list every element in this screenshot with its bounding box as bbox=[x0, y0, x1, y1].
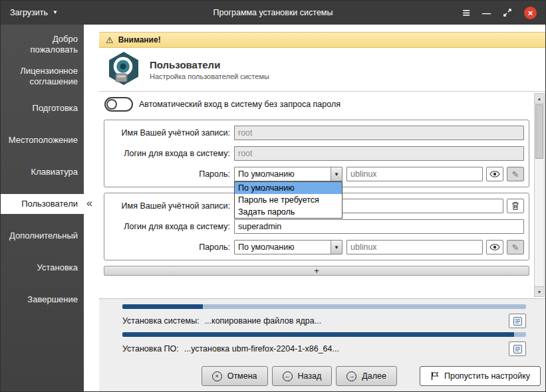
skip-setup-button[interactable]: Пропустить настройку bbox=[420, 366, 541, 386]
account-login-label: Логин для входа в систему: bbox=[109, 149, 234, 158]
account-name-label: Имя Вашей учётной записи: bbox=[109, 128, 234, 138]
sidebar-item-label: Лицензионное соглашение bbox=[7, 66, 78, 88]
sidebar-item-location[interactable]: Местоположение bbox=[1, 124, 84, 156]
account-password-label: Пароль: bbox=[109, 169, 234, 179]
footer-buttons: × Отмена ← Назад → Далее Пропустить наст… bbox=[122, 366, 541, 386]
back-arrow-glyph: ← bbox=[285, 373, 291, 379]
account-password-row: Пароль: По умолчанию ▼ По умолчанию Паро… bbox=[109, 167, 524, 181]
warning-icon: ⚠ bbox=[106, 36, 114, 45]
progress-status: ...установка ubm-firefox-2204-1-x86_64..… bbox=[184, 344, 339, 353]
account-login-label: Логин для входа в систему: bbox=[109, 222, 234, 231]
sidebar-item-finish[interactable]: Завершение bbox=[1, 284, 84, 316]
edit-password-button[interactable]: ✎ bbox=[507, 240, 524, 254]
software-install-progressbar bbox=[122, 332, 526, 337]
sidebar-item-label: Дополнительный bbox=[9, 231, 78, 241]
sidebar-item-users[interactable]: Пользователи bbox=[1, 194, 84, 214]
scroll-down-icon[interactable]: ▼ bbox=[535, 286, 544, 296]
account-login-row: Логин для входа в систему: bbox=[109, 146, 524, 161]
system-log-button[interactable] bbox=[509, 314, 526, 328]
sidebar-item-installation[interactable]: Установка bbox=[1, 252, 84, 284]
password-mode-select[interactable]: По умолчанию ▼ По умолчанию Пароль не тр… bbox=[234, 167, 342, 181]
autologin-label: Автоматический вход в систему без запрос… bbox=[139, 100, 341, 109]
software-log-button[interactable] bbox=[509, 342, 526, 356]
next-arrow-glyph: → bbox=[348, 373, 354, 379]
menu-item-default[interactable]: По умолчанию bbox=[235, 182, 342, 194]
cancel-icon: × bbox=[212, 371, 222, 381]
pencil-icon: ✎ bbox=[512, 243, 519, 252]
sidebar-item-additional[interactable]: Дополнительный bbox=[1, 220, 84, 252]
close-icon[interactable]: × bbox=[524, 7, 537, 19]
chevron-down-icon[interactable]: ▼ bbox=[331, 167, 342, 181]
password-input[interactable] bbox=[346, 240, 483, 254]
pencil-icon: ✎ bbox=[512, 170, 519, 179]
show-password-button[interactable] bbox=[486, 167, 503, 181]
account-name-input[interactable] bbox=[234, 126, 524, 140]
account-password-row: Пароль: По умолчанию ▼ ✎ bbox=[109, 240, 524, 254]
password-mode-value: По умолчанию bbox=[235, 243, 331, 252]
cancel-x-glyph: × bbox=[215, 373, 219, 379]
maximize-icon[interactable] bbox=[503, 8, 512, 17]
chevron-down-icon: ▼ bbox=[53, 10, 58, 15]
toggle-knob bbox=[106, 99, 117, 110]
log-icon bbox=[513, 344, 523, 354]
menu-item-no-password[interactable]: Пароль не требуется bbox=[235, 194, 342, 206]
next-arrow-icon: → bbox=[346, 371, 356, 381]
load-menu-button[interactable]: Загрузить ▼ bbox=[1, 1, 67, 25]
password-input[interactable] bbox=[346, 167, 483, 181]
back-arrow-icon: ← bbox=[283, 371, 293, 381]
cancel-label: Отмена bbox=[227, 371, 257, 381]
autologin-toggle[interactable] bbox=[104, 97, 133, 112]
software-install-row: Установка ПО: ...установка ubm-firefox-2… bbox=[122, 341, 526, 357]
next-button[interactable]: → Далее bbox=[336, 366, 397, 386]
back-button[interactable]: ← Назад bbox=[272, 366, 333, 386]
sidebar-item-label: Установка bbox=[37, 262, 78, 273]
account-login-input[interactable] bbox=[234, 146, 524, 161]
account-group-root: Имя Вашей учётной записи: Логин для вход… bbox=[104, 120, 529, 187]
sidebar-item-keyboard[interactable]: Клавиатура bbox=[1, 156, 84, 188]
titlebar: Загрузить ▼ Программа установки системы … bbox=[1, 1, 545, 25]
sidebar-item-label: Подготовка bbox=[33, 103, 78, 114]
sidebar-collapse-strip: « bbox=[84, 25, 99, 392]
menu-item-set-password[interactable]: Задать пароль bbox=[235, 206, 342, 218]
system-install-progressbar bbox=[122, 304, 526, 309]
load-menu-label: Загрузить bbox=[10, 8, 48, 17]
sidebar: Добро пожаловать Лицензионное соглашение… bbox=[1, 25, 84, 392]
edit-password-button[interactable]: ✎ bbox=[507, 167, 524, 181]
account-login-input[interactable] bbox=[234, 219, 524, 234]
collapse-sidebar-icon[interactable]: « bbox=[86, 197, 92, 209]
password-mode-menu: По умолчанию Пароль не требуется Задать … bbox=[234, 181, 342, 219]
show-password-button[interactable] bbox=[486, 240, 503, 254]
scrollbar-thumb[interactable] bbox=[535, 104, 543, 159]
system-install-row: Установка системы: ...копирование файлов… bbox=[122, 313, 526, 329]
add-account-button[interactable]: + bbox=[104, 266, 529, 276]
cancel-button[interactable]: × Отмена bbox=[202, 366, 268, 386]
vertical-scrollbar[interactable]: ▲ ▼ bbox=[534, 93, 545, 297]
eye-icon bbox=[489, 171, 500, 177]
log-icon bbox=[513, 316, 523, 326]
delete-account-button[interactable] bbox=[507, 199, 524, 213]
sidebar-item-welcome[interactable]: Добро пожаловать bbox=[1, 29, 84, 60]
sidebar-item-label: Клавиатура bbox=[31, 167, 78, 177]
minimize-icon[interactable]: — bbox=[482, 8, 491, 18]
warning-banner: ⚠ Внимание! bbox=[99, 32, 546, 48]
sidebar-item-label: Пользователи bbox=[21, 199, 78, 209]
sidebar-item-preparation[interactable]: Подготовка bbox=[1, 92, 84, 124]
progress-fill bbox=[122, 332, 514, 337]
sidebar-item-label: Местоположение bbox=[9, 135, 78, 146]
account-login-row: Логин для входа в систему: bbox=[109, 219, 524, 234]
page-header: Пользователи Настройка пользователей сис… bbox=[99, 48, 546, 92]
sidebar-item-license[interactable]: Лицензионное соглашение bbox=[1, 60, 84, 92]
eye-icon bbox=[489, 244, 500, 250]
password-mode-select[interactable]: По умолчанию ▼ bbox=[234, 240, 342, 254]
progress-label: Установка системы: bbox=[122, 316, 200, 326]
password-mode-value: По умолчанию bbox=[235, 169, 331, 179]
sidebar-item-label: Добро пожаловать bbox=[7, 34, 78, 56]
app-logo bbox=[106, 51, 141, 88]
users-scroll-region: Автоматический вход в систему без запрос… bbox=[99, 92, 546, 298]
chevron-down-icon[interactable]: ▼ bbox=[331, 241, 342, 254]
progress-label: Установка ПО: bbox=[122, 344, 179, 353]
scroll-up-icon[interactable]: ▲ bbox=[535, 94, 544, 104]
menu-icon[interactable]: ≡ bbox=[462, 6, 470, 19]
account-name-row: Имя Вашей учётной записи: bbox=[109, 126, 524, 140]
warning-text: Внимание! bbox=[118, 35, 161, 45]
